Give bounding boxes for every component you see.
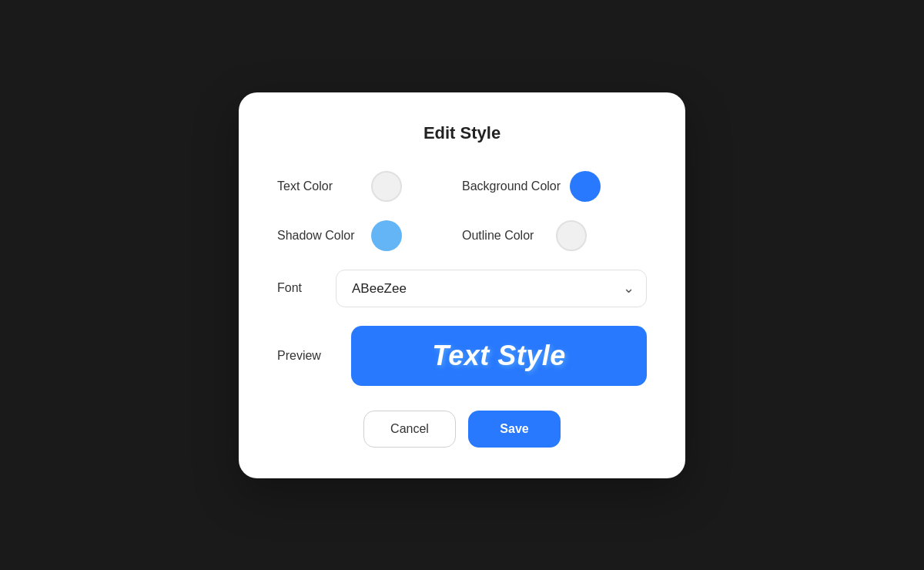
text-color-label: Text Color — [277, 179, 362, 193]
color-row-1: Text Color Background Color — [277, 171, 647, 202]
shadow-color-group: Shadow Color — [277, 220, 462, 251]
background-color-label: Background Color — [462, 179, 561, 193]
form-section: Text Color Background Color Shadow Color… — [277, 171, 647, 386]
preview-text: Text Style — [432, 340, 566, 372]
background-color-group: Background Color — [462, 171, 647, 202]
outline-color-group: Outline Color — [462, 220, 647, 251]
shadow-color-swatch[interactable] — [371, 220, 402, 251]
text-color-swatch[interactable] — [371, 171, 402, 202]
text-color-group: Text Color — [277, 171, 462, 202]
background-color-swatch[interactable] — [570, 171, 601, 202]
preview-box: Text Style — [351, 326, 647, 386]
font-label: Font — [277, 281, 323, 295]
save-button[interactable]: Save — [468, 411, 561, 448]
font-select[interactable]: ABeeZee Arial Roboto Open Sans Lato — [336, 270, 647, 307]
preview-label: Preview — [277, 349, 339, 363]
outline-color-swatch[interactable] — [556, 220, 587, 251]
font-select-wrapper: ABeeZee Arial Roboto Open Sans Lato ⌄ — [336, 270, 647, 307]
shadow-color-label: Shadow Color — [277, 229, 362, 243]
cancel-button[interactable]: Cancel — [363, 411, 456, 448]
dialog-title: Edit Style — [277, 123, 647, 143]
preview-row: Preview Text Style — [277, 326, 647, 386]
button-row: Cancel Save — [277, 411, 647, 448]
outline-color-label: Outline Color — [462, 229, 547, 243]
edit-style-dialog: Edit Style Text Color Background Color S… — [239, 92, 685, 478]
color-row-2: Shadow Color Outline Color — [277, 220, 647, 251]
font-row: Font ABeeZee Arial Roboto Open Sans Lato… — [277, 270, 647, 307]
